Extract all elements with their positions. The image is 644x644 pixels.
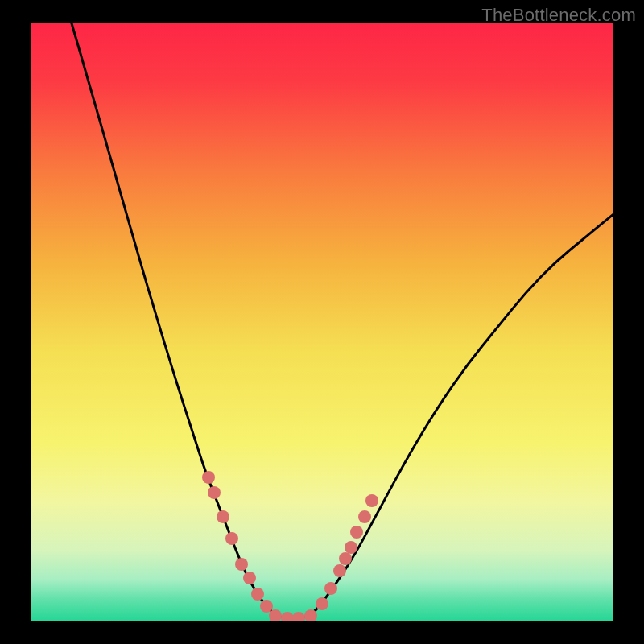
highlight-dot <box>225 532 238 545</box>
highlight-dot <box>251 588 264 601</box>
chart-stage: TheBottleneck.com <box>0 0 644 644</box>
highlight-dot <box>324 582 337 595</box>
highlight-dot <box>350 526 363 539</box>
highlight-dot <box>292 612 305 621</box>
highlight-dot <box>358 510 371 523</box>
highlight-dot <box>217 510 229 523</box>
highlight-dot <box>235 558 248 571</box>
highlight-dot <box>208 486 221 499</box>
highlight-dot <box>365 494 378 507</box>
highlight-dot <box>345 541 357 554</box>
highlight-dot <box>243 572 256 584</box>
highlight-dot <box>304 609 317 621</box>
curve-layer <box>31 23 613 621</box>
plot-area <box>31 23 613 621</box>
highlight-dot <box>202 471 215 484</box>
highlight-dot <box>316 597 328 610</box>
bottleneck-curve <box>72 23 613 618</box>
highlight-dot <box>333 564 346 577</box>
